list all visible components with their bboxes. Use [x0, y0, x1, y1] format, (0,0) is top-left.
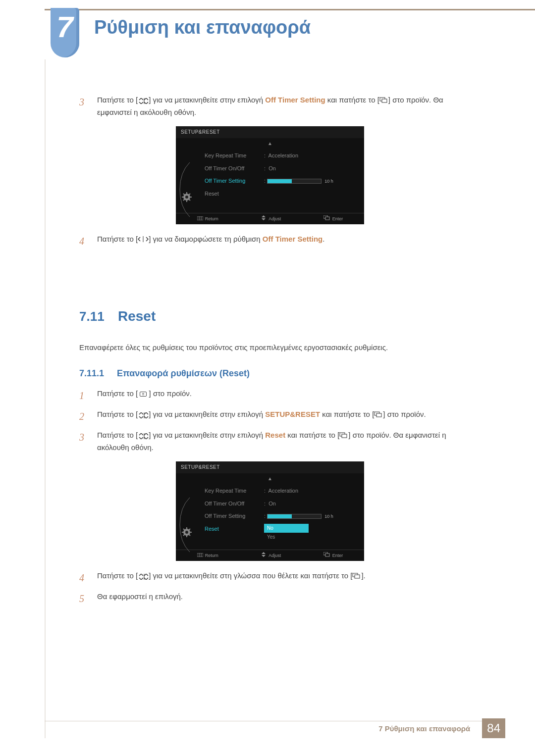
osd-val-on: : On [264, 162, 364, 175]
step-3-top: 3 Πατήστε το [] για να μετακινηθείτε στη… [79, 94, 461, 118]
osd-val-on: : On [264, 498, 364, 510]
osd-title: SETUP&RESET [176, 461, 364, 473]
svg-rect-17 [325, 217, 329, 220]
enter-overlap-icon [374, 409, 383, 421]
osd-item-key-repeat: Key Repeat Time [205, 150, 264, 162]
txt: ] για να μετακινηθείτε στην επιλογή [149, 431, 265, 439]
txt: ] για να μετακινηθείτε στην επιλογή [149, 96, 265, 104]
step-4-top: 4 Πατήστε το [] για να διαμορφώσετε τη ρ… [79, 233, 461, 249]
up-arrow-icon: ▲ [176, 473, 364, 483]
up-down-icon [138, 430, 149, 442]
highlight: Off Timer Setting [265, 96, 325, 104]
osd-item-key-repeat: Key Repeat Time [205, 485, 264, 498]
svg-point-26 [185, 531, 188, 534]
enter-overlap-icon [379, 95, 388, 106]
osd-item-reset: Reset [205, 523, 264, 536]
step-body: Πατήστε το [ ] στο προϊόν. [97, 388, 461, 403]
osd-curve-decoration [179, 498, 192, 552]
osd-val-slider: : 10 h [264, 510, 364, 523]
osd-option-no: No [264, 524, 309, 533]
svg-rect-35 [197, 553, 203, 557]
step-number: 3 [79, 429, 86, 454]
step-body: Πατήστε το [] για να διαμορφώσετε τη ρύθ… [97, 233, 461, 249]
step-number: 4 [79, 233, 86, 249]
step-body: Πατήστε το [] για να μετακινηθείτε στην … [97, 429, 461, 454]
osd-title: SETUP&RESET [176, 126, 364, 138]
osd-curve-decoration [179, 162, 192, 217]
left-border [45, 59, 46, 738]
txt: . [322, 235, 324, 243]
step-body: Πατήστε το [] για να μετακινηθείτε στη γ… [97, 570, 461, 586]
txt: ] για να μετακινηθείτε στη γλώσσα που θέ… [149, 571, 352, 580]
highlight: SETUP&RESET [265, 410, 320, 418]
osd-foot-return: Return [197, 215, 218, 222]
step-body: Πατήστε το [] για να μετακινηθείτε στην … [97, 94, 461, 118]
step-number: 1 [79, 388, 86, 403]
svg-rect-13 [197, 216, 203, 220]
enter-icon [323, 215, 330, 222]
txt: και πατήστε το [ [320, 410, 374, 418]
slider-label: 10 h [324, 514, 333, 519]
osd-item-off-timer-setting: Off Timer Setting [205, 175, 264, 188]
osd-foot-enter: Enter [323, 215, 343, 222]
svg-line-31 [183, 529, 185, 530]
top-border [45, 9, 535, 10]
osd-menu-items: Key Repeat Time Off Timer On/Off Off Tim… [205, 150, 264, 207]
osd-screenshot-1: SETUP&RESET ▲ Key Repeat Time Off Timer … [176, 126, 364, 224]
sub-step-4: 4 Πατήστε το [] για να μετακινηθείτε στη… [79, 570, 461, 586]
step-body: Πατήστε το [] για να μετακινηθείτε στην … [97, 408, 461, 424]
subsection-number: 7.11.1 [79, 366, 110, 381]
txt: Πατήστε το [ [97, 431, 138, 439]
slider-label: 10 h [324, 179, 333, 184]
chapter-number: 7 [56, 10, 73, 44]
sub-step-2: 2 Πατήστε το [] για να μετακινηθείτε στη… [79, 408, 461, 424]
up-down-icon [138, 570, 149, 582]
slider-fill [268, 179, 292, 183]
txt: και πατήστε το [ [285, 431, 339, 439]
txt: ] στο προϊόν. [147, 389, 192, 398]
txt: και πατήστε το [ [325, 96, 379, 104]
enter-overlap-icon [352, 570, 361, 582]
osd-footer: Return Adjust Enter [176, 213, 364, 224]
svg-rect-21 [376, 413, 381, 417]
svg-line-9 [183, 194, 185, 195]
svg-line-11 [183, 199, 185, 201]
section-heading: 7.11 Reset [79, 283, 461, 328]
txt: ] για να διαμορφώσετε τη ρύθμιση [149, 235, 263, 243]
svg-line-12 [189, 194, 190, 195]
osd-footer: Return Adjust Enter [176, 550, 364, 561]
slider-track [267, 514, 321, 519]
svg-line-32 [189, 534, 190, 536]
svg-point-4 [185, 196, 188, 199]
svg-line-33 [183, 534, 185, 536]
sub-step-3: 3 Πατήστε το [] για να μετακινηθείτε στη… [79, 429, 461, 454]
osd-item-reset: Reset [205, 188, 264, 201]
osd-val-slider: : 10 h [264, 175, 364, 188]
subsection-heading: 7.11.1 Επαναφορά ρυθμίσεων (Reset) [79, 366, 461, 381]
page-content: 3 Πατήστε το [] για να μετακινηθείτε στη… [79, 94, 461, 611]
subsection-title: Επαναφορά ρυθμίσεων (Reset) [117, 366, 250, 381]
txt: Πατήστε το [ [97, 389, 140, 398]
txt: Πατήστε το [ [97, 235, 138, 243]
sub-step-5: 5 Θα εφαρμοστεί η επιλογή. [79, 591, 461, 606]
svg-rect-24 [342, 434, 347, 438]
osd-screenshot-2: SETUP&RESET ▲ Key Repeat Time Off Timer … [176, 461, 364, 561]
svg-rect-39 [325, 554, 329, 556]
section-description: Επαναφέρετε όλες τις ρυθμίσεις του προϊό… [79, 342, 461, 353]
highlight: Off Timer Setting [263, 235, 322, 243]
txt: Πατήστε το [ [97, 96, 138, 104]
txt: ] για να μετακινηθείτε στην επιλογή [149, 410, 265, 418]
osd-values: : Acceleration : On : 10 h No Yes [264, 485, 364, 544]
highlight: Reset [265, 431, 285, 439]
osd-foot-enter: Enter [323, 552, 343, 559]
step-number: 4 [79, 570, 86, 586]
txt: Πατήστε το [ [97, 571, 138, 580]
page-number-badge: 84 [482, 718, 505, 738]
osd-menu-items: Key Repeat Time Off Timer On/Off Off Tim… [205, 485, 264, 544]
page-footer: 7 Ρύθμιση και επαναφορά 84 [378, 718, 505, 738]
slider-track [267, 179, 321, 184]
osd-values: : Acceleration : On : 10 h [264, 150, 364, 207]
gear-icon [182, 192, 192, 202]
osd-foot-adjust: Adjust [261, 215, 281, 222]
txt: ]. [361, 571, 365, 580]
